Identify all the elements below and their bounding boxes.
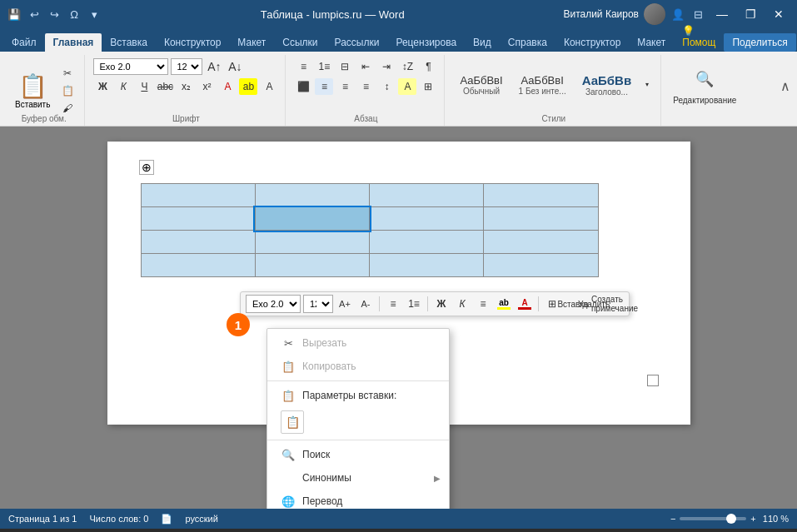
- highlight-button[interactable]: ab: [239, 78, 257, 95]
- mini-highlight-button[interactable]: ab: [495, 295, 513, 313]
- decrease-indent-button[interactable]: ⇤: [356, 58, 375, 75]
- ribbon-display-icon[interactable]: ⊟: [690, 7, 705, 22]
- mini-bullets-button[interactable]: ≡: [384, 295, 402, 313]
- line-spacing-button[interactable]: ↕: [377, 78, 396, 95]
- tab-design[interactable]: Конструктор: [156, 33, 229, 52]
- align-left-button[interactable]: ⬛: [294, 78, 312, 95]
- subscript-button[interactable]: x₂: [177, 78, 195, 95]
- text-color-button[interactable]: A: [218, 78, 237, 95]
- zoom-thumb[interactable]: [726, 514, 736, 524]
- tab-view[interactable]: Вид: [465, 33, 500, 52]
- table-move-handle[interactable]: ⊕: [139, 160, 154, 175]
- cm-cut-item[interactable]: ✂ Вырезать: [267, 331, 449, 355]
- mini-shrink-font-button[interactable]: A-: [356, 295, 375, 313]
- table-cell[interactable]: [484, 231, 598, 254]
- strikethrough-button[interactable]: abc: [156, 78, 174, 95]
- tab-help[interactable]: Справка: [500, 33, 555, 52]
- numbering-button[interactable]: 1≡: [315, 58, 333, 75]
- tab-references[interactable]: Ссылки: [274, 33, 326, 52]
- table-cell[interactable]: [141, 207, 255, 231]
- tab-insert[interactable]: Вставка: [102, 33, 156, 52]
- sort-button[interactable]: ↕Z: [398, 58, 416, 75]
- cm-synonyms-item[interactable]: Синонимы ▶: [267, 466, 449, 490]
- omega-icon[interactable]: Ω: [67, 7, 82, 22]
- tab-layout[interactable]: Макет: [229, 33, 274, 52]
- mini-italic-button[interactable]: К: [453, 295, 471, 313]
- mini-comment-button[interactable]: Создатьпримечание: [605, 295, 624, 313]
- ribbon-collapse-button[interactable]: ∧: [780, 78, 790, 94]
- style-heading[interactable]: АаБбВв Заголово...: [575, 72, 638, 98]
- tab-share[interactable]: Поделиться: [724, 33, 795, 52]
- mini-bold-button[interactable]: Ж: [432, 295, 451, 313]
- table-cell[interactable]: [141, 184, 255, 207]
- mini-grow-font-button[interactable]: A+: [336, 295, 354, 313]
- bullets-button[interactable]: ≡: [294, 58, 312, 75]
- paste-option-1[interactable]: 📋: [281, 410, 304, 434]
- table-cell[interactable]: [484, 254, 598, 277]
- cut-button[interactable]: ✂: [57, 65, 77, 82]
- table-resize-handle[interactable]: [647, 375, 659, 386]
- table-cell[interactable]: [141, 254, 255, 277]
- table-cell[interactable]: [370, 207, 484, 231]
- increase-indent-button[interactable]: ⇥: [377, 58, 396, 75]
- zoom-slider[interactable]: [680, 517, 746, 520]
- superscript-button[interactable]: x²: [197, 78, 216, 95]
- table-cell[interactable]: [370, 184, 484, 207]
- mini-font-select[interactable]: Exo 2.0: [246, 295, 301, 313]
- decrease-font-button[interactable]: A↓: [226, 58, 244, 75]
- zoom-out-icon[interactable]: −: [670, 514, 675, 524]
- zoom-in-icon[interactable]: +: [750, 514, 755, 524]
- close-button[interactable]: ✕: [767, 2, 790, 26]
- table-cell[interactable]: [255, 231, 369, 254]
- align-center-button[interactable]: ≡: [315, 78, 333, 95]
- tab-home[interactable]: Главная: [45, 33, 102, 52]
- account-icon[interactable]: 👤: [670, 7, 685, 22]
- italic-button[interactable]: К: [114, 78, 132, 95]
- table-cell[interactable]: [255, 184, 369, 207]
- borders-button[interactable]: ⊞: [419, 78, 437, 95]
- table-cell-selected[interactable]: [255, 207, 369, 231]
- multilevel-button[interactable]: ⊟: [336, 58, 354, 75]
- style-normal[interactable]: АаБбВвI Обычный: [453, 72, 509, 97]
- tab-layout2[interactable]: Макет: [629, 33, 674, 52]
- copy-button[interactable]: 📋: [57, 82, 77, 99]
- mini-font-color-button[interactable]: A: [516, 295, 534, 313]
- table-cell[interactable]: [484, 207, 598, 231]
- underline-button[interactable]: Ч: [135, 78, 153, 95]
- cm-copy-item[interactable]: 📋 Копировать: [267, 355, 449, 378]
- increase-font-button[interactable]: A↑: [205, 58, 223, 75]
- status-right: − + 110 %: [670, 514, 789, 524]
- maximize-button[interactable]: ❐: [739, 2, 762, 26]
- justify-button[interactable]: ≡: [356, 78, 375, 95]
- cm-search-item[interactable]: 🔍 Поиск: [267, 443, 449, 466]
- styles-more-button[interactable]: ▾: [640, 64, 654, 106]
- table-cell[interactable]: [255, 254, 369, 277]
- mini-align-button[interactable]: ≡: [474, 295, 492, 313]
- table-cell[interactable]: [370, 231, 484, 254]
- mini-size-select[interactable]: 12: [303, 295, 333, 313]
- mini-numbering-button[interactable]: 1≡: [405, 295, 423, 313]
- font-size-select[interactable]: 12: [171, 58, 202, 75]
- undo-icon[interactable]: ↩: [27, 7, 42, 22]
- align-right-button[interactable]: ≡: [336, 78, 354, 95]
- search-icon[interactable]: 🔍: [690, 64, 720, 94]
- cm-translate-item[interactable]: 🌐 Перевод: [267, 490, 449, 509]
- paste-button[interactable]: 📋 Вставить: [10, 69, 55, 112]
- tab-review[interactable]: Рецензирова: [387, 33, 465, 52]
- redo-icon[interactable]: ↪: [47, 7, 62, 22]
- font-color-button[interactable]: A: [260, 78, 278, 95]
- table-cell[interactable]: [141, 231, 255, 254]
- bold-button[interactable]: Ж: [93, 78, 112, 95]
- zoom-control[interactable]: − +: [670, 514, 756, 524]
- style-no-space[interactable]: АаБбВвI 1 Без инте...: [512, 72, 573, 97]
- tab-file[interactable]: Файл: [3, 33, 45, 52]
- tab-help2[interactable]: 💡 Помощ: [674, 22, 724, 52]
- shading-button[interactable]: A: [398, 78, 416, 95]
- customize-icon[interactable]: ▾: [87, 7, 102, 22]
- tab-design2[interactable]: Конструктор: [555, 33, 629, 52]
- show-marks-button[interactable]: ¶: [419, 58, 437, 75]
- table-cell[interactable]: [370, 254, 484, 277]
- tab-mailings[interactable]: Рассылки: [326, 33, 388, 52]
- font-select[interactable]: Exo 2.0: [93, 58, 168, 75]
- table-cell[interactable]: [484, 184, 598, 207]
